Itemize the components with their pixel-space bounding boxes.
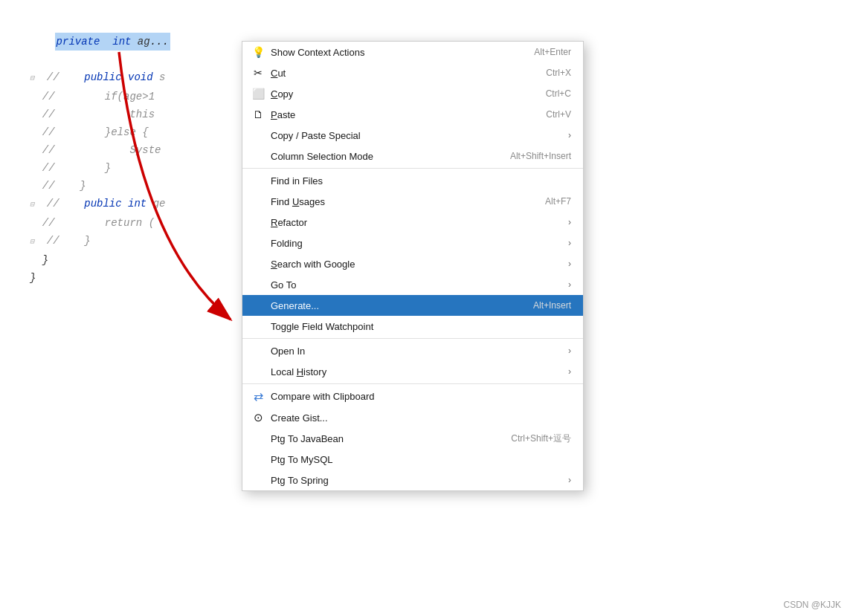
menu-item-ptg-to-javabean[interactable]: Ptg To JavaBean Ctrl+Shift+逗号 [242,428,583,449]
shortcut-copy: Ctrl+C [546,88,571,99]
menu-item-toggle-field-watchpoint[interactable]: Toggle Field Watchpoint [242,316,583,337]
shortcut-cut: Ctrl+X [546,68,571,78]
menu-item-ptg-to-spring[interactable]: Ptg To Spring › [242,470,583,490]
shortcut-paste: Ctrl+V [546,109,571,120]
menu-label-copy-paste-special: Copy / Paste Special [271,130,361,141]
menu-label-compare-with-clipboard: Compare with Clipboard [271,391,374,402]
menu-item-create-gist[interactable]: ⊙ Create Gist... [242,407,583,428]
menu-item-cut[interactable]: ✂ Cut Ctrl+X [242,62,583,83]
menu-item-copy[interactable]: ⬜ Copy Ctrl+C [242,83,583,104]
menu-item-left: ⊙ Create Gist... [251,411,328,424]
menu-label-find-in-files: Find in Files [271,175,323,187]
menu-item-left: Refactor [251,217,307,228]
menu-item-left: Ptg To JavaBean [251,433,344,444]
menu-item-left: 🗋 Paste [251,108,295,120]
cut-icon: ✂ [251,67,265,79]
paste-icon: 🗋 [251,108,265,120]
menu-item-paste[interactable]: 🗋 Paste Ctrl+V [242,104,583,125]
menu-item-find-usages[interactable]: Find Usages Alt+F7 [242,191,583,212]
menu-label-ptg-to-spring: Ptg To Spring [271,475,329,486]
menu-item-folding[interactable]: Folding › [242,233,583,253]
shortcut-show-context-actions: Alt+Enter [534,47,571,57]
menu-label-open-in: Open In [271,346,305,357]
selected-code: private int ag... [55,33,170,51]
menu-label-toggle-field-watchpoint: Toggle Field Watchpoint [271,321,373,332]
submenu-arrow: › [568,475,571,485]
menu-item-left: Open In [251,346,305,357]
divider-2 [242,338,583,339]
divider-3 [242,383,583,384]
menu-item-left: Column Selection Mode [251,151,373,162]
menu-item-show-context-actions[interactable]: 💡 Show Context Actions Alt+Enter [242,42,583,62]
menu-item-refactor[interactable]: Refactor › [242,212,583,233]
copy-icon: ⬜ [251,88,265,100]
submenu-arrow: › [568,259,571,269]
submenu-arrow: › [568,217,571,227]
menu-item-ptg-to-mysql[interactable]: Ptg To MySQL [242,449,583,470]
menu-label-local-history: Local History [271,366,326,377]
menu-item-find-in-files[interactable]: Find in Files [242,170,583,191]
shortcut-find-usages: Alt+F7 [545,196,571,207]
menu-item-go-to[interactable]: Go To › [242,274,583,295]
shortcut-ptg-to-javabean: Ctrl+Shift+逗号 [511,432,571,445]
submenu-arrow: › [568,279,571,290]
menu-label-ptg-to-mysql: Ptg To MySQL [271,454,333,465]
menu-item-left: ⇄ Compare with Clipboard [251,389,374,403]
shortcut-column-selection-mode: Alt+Shift+Insert [510,151,571,161]
menu-item-left: 💡 Show Context Actions [251,46,364,58]
menu-item-open-in[interactable]: Open In › [242,340,583,361]
menu-item-left: Go To [251,279,296,291]
menu-label-refactor: Refactor [271,217,307,228]
menu-item-left: Local History [251,366,326,377]
menu-item-left: Find in Files [251,175,323,187]
menu-item-left: Copy / Paste Special [251,130,361,141]
menu-label-find-usages: Find Usages [271,196,325,207]
submenu-arrow: › [568,238,571,248]
menu-item-left: ✂ Cut [251,67,286,79]
menu-item-left: Ptg To MySQL [251,454,333,465]
menu-item-left: Toggle Field Watchpoint [251,321,373,332]
submenu-arrow: › [568,130,571,140]
menu-item-left: Folding [251,238,303,249]
menu-item-search-with-google[interactable]: Search with Google › [242,253,583,274]
menu-label-generate: Generate... [271,300,319,311]
menu-label-cut: Cut [271,68,286,79]
menu-label-paste: Paste [271,109,295,120]
menu-item-generate[interactable]: Generate... Alt+Insert [242,295,583,316]
menu-item-left: Search with Google [251,259,355,270]
context-menu: 💡 Show Context Actions Alt+Enter ✂ Cut C… [242,41,584,491]
menu-item-copy-paste-special[interactable]: Copy / Paste Special › [242,125,583,146]
github-icon: ⊙ [251,411,265,424]
menu-item-left: Generate... [251,300,319,311]
menu-item-left: Ptg To Spring [251,475,329,486]
shortcut-generate: Alt+Insert [533,300,571,311]
menu-item-left: ⬜ Copy [251,88,293,100]
menu-label-copy: Copy [271,88,293,100]
menu-item-local-history[interactable]: Local History › [242,361,583,382]
compare-clipboard-icon: ⇄ [251,389,265,403]
divider-1 [242,168,583,169]
submenu-arrow: › [568,346,571,356]
menu-label-column-selection-mode: Column Selection Mode [271,151,373,162]
menu-label-folding: Folding [271,238,303,249]
submenu-arrow: › [568,366,571,377]
menu-item-left: Find Usages [251,196,325,207]
menu-label-show-context-actions: Show Context Actions [271,47,364,58]
menu-label-go-to: Go To [271,279,296,291]
menu-label-ptg-to-javabean: Ptg To JavaBean [271,433,344,444]
lightbulb-icon: 💡 [251,46,265,58]
watermark-text: CSDN @KJJK [783,600,841,610]
menu-label-create-gist: Create Gist... [271,412,328,424]
menu-item-compare-with-clipboard[interactable]: ⇄ Compare with Clipboard [242,386,583,407]
watermark: CSDN @KJJK [783,600,841,610]
menu-label-search-with-google: Search with Google [271,259,355,270]
menu-item-column-selection-mode[interactable]: Column Selection Mode Alt+Shift+Insert [242,146,583,166]
